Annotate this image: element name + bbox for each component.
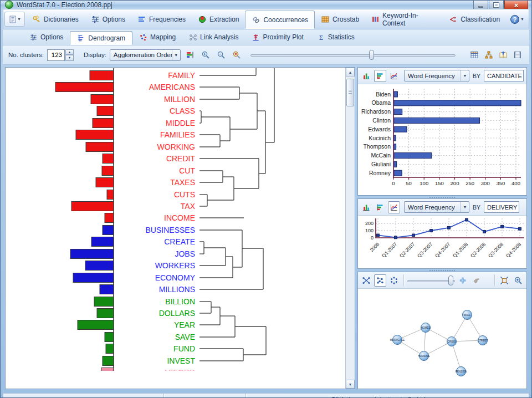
toolbar-item-dictionaries[interactable]: Dictionaries: [26, 9, 85, 29]
slider-thumb[interactable]: [448, 275, 453, 285]
vertical-bar-chart-button[interactable]: [360, 201, 372, 213]
network-layout-1-button[interactable]: [360, 274, 372, 287]
table-view-button[interactable]: [468, 49, 480, 61]
add-button[interactable]: [457, 274, 469, 287]
bar-kucinich[interactable]: [394, 135, 396, 141]
network-node-pension[interactable]: PENSION: [456, 367, 467, 376]
bar-clinton[interactable]: [394, 118, 480, 123]
bar-mccain[interactable]: [394, 153, 432, 159]
slider-track[interactable]: [250, 54, 456, 57]
delivery-dropdown[interactable]: DELIVERY: [484, 201, 519, 213]
candidate-dropdown[interactable]: CANDIDATE: [484, 70, 524, 81]
title-bar[interactable]: WordStat 7.0 - Election 2008.ppj ×: [1, 1, 531, 9]
dendrogram-zoom-slider[interactable]: [250, 50, 456, 60]
dendrogram-word[interactable]: DOLLARS: [159, 309, 195, 318]
clusters-value[interactable]: 123: [47, 49, 65, 61]
tab-link-analysis[interactable]: Link Analysis: [182, 29, 245, 45]
scroll-up-button[interactable]: ▲: [346, 68, 355, 76]
dendrogram-word[interactable]: BILLION: [165, 297, 195, 306]
save-button[interactable]: [511, 49, 524, 61]
tab-mapping[interactable]: Mapping: [132, 29, 182, 45]
toolbar-item-crosstab[interactable]: Crosstab: [315, 9, 365, 29]
dendrogram-word[interactable]: AMERICANS: [149, 83, 195, 91]
network-node-crisis[interactable]: CRISIS: [447, 337, 457, 346]
dendrogram-word[interactable]: CLASS: [170, 106, 195, 115]
horizontal-bar-chart-button[interactable]: [374, 201, 386, 213]
network-node-homes[interactable]: HOMES: [421, 323, 431, 333]
bar-obama[interactable]: [394, 100, 521, 106]
search-button[interactable]: [231, 49, 243, 61]
dendrogram-word[interactable]: SAVE: [175, 333, 195, 341]
line-point-2006[interactable]: [377, 234, 380, 237]
dendrogram-word[interactable]: MILLION: [164, 95, 195, 104]
bar-edwards[interactable]: [394, 126, 407, 132]
network-node-housing[interactable]: HOUSING: [418, 351, 430, 361]
network-layout-2-button[interactable]: [374, 274, 386, 287]
dendrogram-word[interactable]: FAMILY: [168, 71, 195, 80]
dendrogram-word[interactable]: WORKERS: [155, 261, 195, 270]
line-point-q2-2007[interactable]: [412, 234, 415, 237]
fit-to-window-button[interactable]: [498, 274, 510, 287]
dendrogram-word[interactable]: TAX: [181, 202, 196, 211]
line-point-q1-2007[interactable]: [395, 236, 397, 239]
toolbar-item-classification[interactable]: Classification: [443, 9, 506, 29]
dendrogram-word[interactable]: INCOME: [164, 213, 195, 222]
line-point-q1-2008[interactable]: [466, 218, 468, 221]
tab-proximity-plot[interactable]: Proximity Plot: [245, 29, 310, 45]
dendrogram-word[interactable]: MIDDLE: [166, 119, 195, 127]
toolbar-item-cooccurrences[interactable]: Cooccurrences: [245, 11, 315, 29]
tree-view-button[interactable]: [483, 49, 495, 61]
dendrogram-word[interactable]: CREATE: [164, 237, 195, 246]
color-dendrogram-button[interactable]: [184, 49, 196, 61]
toolbar-item-frequencies[interactable]: Frequencies: [131, 9, 192, 29]
bar-giuliani[interactable]: [394, 161, 397, 167]
clusters-spinner[interactable]: 123 ▲ ▼: [47, 49, 74, 61]
line-point-q3-2008[interactable]: [501, 225, 504, 228]
line-chart-button[interactable]: [388, 70, 400, 82]
dendrogram-word[interactable]: CUT: [179, 166, 195, 175]
line-point-q4-2008[interactable]: [519, 227, 521, 230]
bar-thompson[interactable]: [394, 144, 396, 150]
export-button[interactable]: [497, 49, 509, 61]
line-point-q4-2007[interactable]: [448, 226, 451, 229]
dendrogram-word[interactable]: WORKING: [157, 142, 195, 151]
tab-options[interactable]: Options: [23, 29, 70, 45]
display-dropdown[interactable]: Agglomeration Order ▼: [110, 49, 181, 61]
toolbar-item-extraction[interactable]: Extraction: [192, 9, 245, 29]
dendrogram-word[interactable]: MILLIONS: [159, 285, 195, 294]
bar-romney[interactable]: [394, 170, 402, 176]
toolbar-item-keyword-in-context[interactable]: Keyword-In-Context: [365, 9, 443, 29]
vertical-bar-chart-button[interactable]: [360, 70, 372, 82]
zoom-out-button[interactable]: [215, 49, 227, 61]
measure-dropdown[interactable]: Word Frequency ▼: [404, 201, 469, 213]
scroll-down-button[interactable]: ▼: [346, 380, 355, 389]
spinner-up-button[interactable]: ▲: [65, 49, 74, 55]
dendrogram-word[interactable]: ECONOMY: [155, 273, 196, 282]
slider-thumb[interactable]: [369, 50, 374, 60]
spinner-down-button[interactable]: ▼: [65, 55, 74, 61]
dendrogram-word[interactable]: CUTS: [174, 190, 195, 199]
dendrogram-word[interactable]: CREDIT: [166, 154, 196, 163]
dendrogram-word[interactable]: YEAR: [174, 320, 195, 329]
line-chart-button[interactable]: [388, 201, 400, 213]
line-point-q3-2007[interactable]: [430, 229, 433, 232]
bar-richardson[interactable]: [394, 109, 402, 115]
dendrogram-word[interactable]: AFFORD: [163, 368, 195, 371]
dendrogram-word[interactable]: FUND: [173, 344, 195, 353]
help-button[interactable]: ? ▼: [506, 9, 529, 29]
dendrogram-word[interactable]: INVEST: [167, 356, 195, 365]
line-point-q2-2008[interactable]: [483, 231, 486, 233]
network-zoom-button[interactable]: [512, 274, 524, 287]
dendrogram-word[interactable]: FAMILIES: [160, 130, 195, 139]
main-menu-button[interactable]: ▼: [4, 12, 25, 27]
toolbar-item-options[interactable]: Options: [85, 9, 131, 29]
network-slider[interactable]: [407, 275, 455, 285]
tab-statistics[interactable]: ΣStatistics: [310, 29, 361, 45]
scroll-track[interactable]: [346, 76, 355, 380]
network-node-wall[interactable]: WALL: [463, 310, 472, 320]
bird-icon-button[interactable]: [470, 274, 483, 287]
measure-dropdown[interactable]: Word Frequency ▼: [404, 70, 469, 81]
tab-dendrogram[interactable]: Dendrogram: [70, 31, 132, 45]
zoom-in-button[interactable]: [200, 49, 212, 61]
bar-biden[interactable]: [394, 91, 398, 97]
